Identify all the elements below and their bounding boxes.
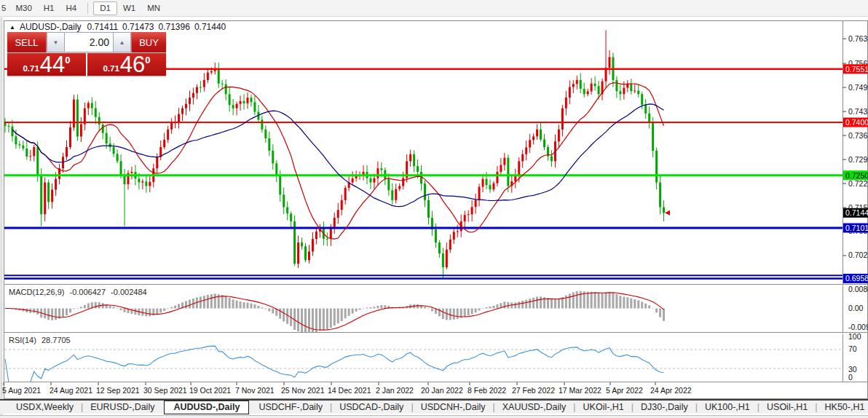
chart-title: ▲ AUDUSD-,Daily 0.71411 0.71473 0.71396 … (9, 22, 230, 32)
svg-text:0.71440: 0.71440 (845, 208, 868, 217)
chart-tab-usdcad-daily[interactable]: USDCAD-,Daily (332, 402, 411, 412)
y-axis-tick: 0.74310 (848, 107, 868, 116)
window-bottom-strip (0, 415, 868, 418)
x-axis-date-label: 25 Nov 2021 (281, 386, 325, 395)
chart-tab-usdcnh-daily[interactable]: USDCNH-,Daily (414, 402, 493, 412)
y-axis-tick: 0.72950 (848, 155, 868, 164)
svg-text:0.75512: 0.75512 (845, 65, 868, 74)
sell-button[interactable]: SELL (7, 32, 47, 52)
x-axis-date-label: 7 Nov 2021 (235, 386, 275, 395)
trading-terminal: 5M30H1H4D1W1MN 0.763700.756700.749900.74… (0, 0, 868, 418)
rsi-name: RSI(14) (9, 336, 36, 344)
chart-tab-usoil-h1[interactable]: USOil-,H1 (760, 402, 815, 412)
chart-tab-usdchf-daily[interactable]: USDCHF-,Daily (251, 402, 330, 412)
buy-price-point: 0 (145, 55, 150, 66)
chart-tab-audusd-daily[interactable]: AUDUSD-,Daily (164, 401, 249, 414)
volume-input[interactable] (65, 32, 113, 52)
sell-price[interactable]: 0.71 44 0 (7, 53, 86, 76)
y-axis-tick: 0.74990 (848, 83, 868, 92)
x-axis-date-label: 14 Dec 2021 (328, 386, 371, 395)
sell-price-pips: 44 (40, 54, 65, 75)
svg-text:0.74002: 0.74002 (845, 118, 868, 127)
x-axis-date-label: 30 Sep 2021 (143, 386, 187, 395)
x-axis-date-label: 20 Jan 2022 (421, 386, 463, 395)
x-axis-date-label: 24 Apr 2022 (650, 386, 692, 395)
svg-text:0.69582: 0.69582 (845, 274, 868, 283)
chart-tab-xauusd-daily[interactable]: XAUUSD-,Daily (495, 402, 574, 412)
macd-name: MACD(12,26,9) (9, 288, 64, 296)
sell-price-point: 0 (65, 55, 70, 66)
macd-label: MACD(12,26,9) -0.006427 -0.002484 (9, 288, 150, 296)
one-click-trade-panel: SELL ▼ ▲ BUY 0.71 44 0 0.71 46 0 (7, 32, 166, 76)
x-axis-date-label: 24 Aug 2021 (50, 386, 92, 395)
rsi-axis-tick: 100 (848, 332, 861, 341)
rsi-label: RSI(14) 28.7705 (9, 336, 74, 344)
volume-increase-button[interactable]: ▲ (113, 32, 131, 52)
y-axis-tick: 0.72270 (848, 179, 868, 188)
x-axis-date-label: 5 Aug 2021 (2, 386, 41, 395)
macd-axis-tick: -0.00928 (848, 323, 868, 331)
rsi-axis-tick: 0 (848, 373, 853, 382)
ohlc-open: 0.71411 (87, 22, 119, 32)
chart-tab-eurusd-daily[interactable]: EURUSD-,Daily (83, 402, 162, 412)
rsi-axis-tick: 70 (848, 344, 857, 353)
symbol-tab-bar: USDX,Weekly|EURUSD-,DailyAUDUSD-,DailyUS… (0, 399, 868, 414)
svg-text:0.72504: 0.72504 (845, 171, 868, 180)
ohlc-high: 0.71473 (122, 22, 154, 32)
buy-button[interactable]: BUY (131, 32, 166, 52)
buy-price-prefix: 0.71 (103, 64, 119, 73)
chart-symbol-label: AUDUSD-,Daily (20, 22, 82, 32)
macd-axis-tick: 0.008061 (848, 285, 868, 293)
ohlc-low: 0.71396 (159, 22, 190, 32)
chart-tab-hk50-h1[interactable]: HK50-,H1 (818, 402, 868, 412)
chart-tab-usdx-weekly[interactable]: USDX,Weekly (9, 402, 81, 412)
symbol-marker-icon: ▲ (9, 24, 15, 31)
buy-price-pips: 46 (120, 54, 145, 75)
chart-tab-uk100-h1[interactable]: UK100-,H1 (698, 402, 757, 412)
sell-price-prefix: 0.71 (23, 64, 39, 73)
y-axis-tick: 0.76370 (848, 34, 868, 43)
current-price-arrow-icon (665, 210, 670, 216)
x-axis-date-label: 2 Jan 2022 (376, 386, 414, 395)
y-axis-tick: 0.70230 (848, 251, 868, 259)
y-axis-tick: 0.73630 (848, 131, 868, 140)
macd-axis-tick: 0.00 (848, 304, 864, 312)
ohlc-close: 0.71440 (194, 22, 226, 32)
macd-value-signal: -0.002484 (111, 288, 147, 296)
macd-value-main: -0.006427 (69, 288, 106, 296)
x-axis-date-label: 27 Feb 2022 (512, 386, 555, 395)
x-axis-date-label: 5 Apr 2022 (606, 386, 643, 395)
volume-decrease-button[interactable]: ▼ (47, 32, 65, 52)
svg-text:0.71013: 0.71013 (845, 224, 868, 232)
x-axis-date-label: 19 Oct 2021 (189, 386, 231, 395)
x-axis-date-label: 12 Sep 2021 (96, 386, 140, 395)
rsi-value: 28.7705 (42, 336, 71, 344)
x-axis-date-label: 17 Mar 2022 (559, 386, 601, 395)
buy-price[interactable]: 0.71 46 0 (86, 53, 166, 76)
x-axis-date-label: 8 Feb 2022 (467, 386, 506, 395)
chart-tab-ukoil-h1[interactable]: UKOil-,H1 (576, 402, 631, 412)
chart-tab-dj30-daily[interactable]: DJ30-,Daily (634, 402, 695, 412)
